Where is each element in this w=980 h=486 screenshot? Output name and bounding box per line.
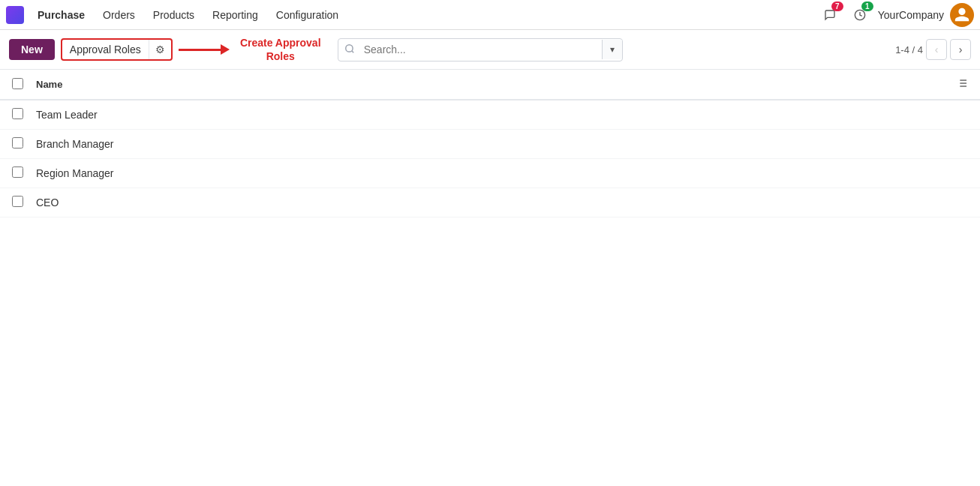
pagination-text: 1-4 / 4 — [895, 44, 923, 56]
toolbar: New Approval Roles ⚙ Create ApprovalRole… — [0, 30, 980, 70]
column-filter-icon[interactable] — [947, 77, 968, 92]
column-header-name: Name — [36, 79, 947, 90]
new-button[interactable]: New — [9, 39, 55, 60]
row-name-cell: Region Manager — [36, 167, 968, 179]
row-checkbox-container — [12, 108, 36, 122]
nav-right-section: 7 1 YourCompany — [818, 3, 974, 27]
table-row[interactable]: Branch Manager — [0, 130, 980, 159]
nav-reporting[interactable]: Reporting — [205, 6, 266, 24]
row-checkbox-container — [12, 166, 36, 180]
svg-point-1 — [345, 44, 352, 51]
activity-notification-button[interactable]: 1 — [848, 3, 872, 27]
row-checkbox[interactable] — [12, 137, 23, 148]
svg-line-2 — [351, 50, 353, 52]
table-row[interactable]: Team Leader — [0, 100, 980, 130]
row-name-cell: CEO — [36, 196, 968, 208]
row-checkbox[interactable] — [12, 196, 23, 207]
table: Name Team Leader Branch Manager — [0, 70, 980, 218]
arrow-line — [179, 49, 224, 51]
row-name-cell: Branch Manager — [36, 138, 968, 150]
annotation-text: Create ApprovalRoles — [236, 36, 326, 63]
row-name-cell: Team Leader — [36, 109, 968, 121]
chat-notification-button[interactable]: 7 — [818, 3, 842, 27]
row-checkbox[interactable] — [12, 166, 23, 178]
table-header: Name — [0, 70, 980, 100]
user-avatar[interactable] — [950, 3, 974, 27]
pagination-prev-button[interactable]: ‹ — [926, 39, 947, 60]
top-nav: Purchase Orders Products Reporting Confi… — [0, 0, 980, 30]
select-all-checkbox[interactable] — [12, 78, 23, 89]
row-checkbox[interactable] — [12, 108, 23, 119]
row-checkbox-container — [12, 196, 36, 209]
search-icon — [338, 39, 361, 61]
annotation-arrow: Create ApprovalRoles — [179, 36, 326, 63]
gear-icon[interactable]: ⚙ — [149, 40, 171, 59]
search-dropdown-button[interactable]: ▾ — [602, 40, 622, 59]
table-row[interactable]: CEO — [0, 188, 980, 218]
select-all-checkbox-container — [12, 78, 36, 92]
nav-orders[interactable]: Orders — [95, 6, 143, 24]
nav-purchase[interactable]: Purchase — [30, 6, 92, 24]
search-input[interactable] — [361, 39, 602, 60]
activity-badge: 1 — [861, 2, 873, 11]
pagination-next-button[interactable]: › — [950, 39, 971, 60]
table-row[interactable]: Region Manager — [0, 159, 980, 188]
breadcrumb-label[interactable]: Approval Roles — [62, 40, 149, 59]
search-container: ▾ — [338, 38, 623, 62]
row-checkbox-container — [12, 137, 36, 151]
app-logo[interactable] — [6, 6, 24, 24]
nav-configuration[interactable]: Configuration — [269, 6, 346, 24]
nav-products[interactable]: Products — [146, 6, 202, 24]
table-body: Team Leader Branch Manager Region Manage… — [0, 100, 980, 218]
chat-badge: 7 — [831, 2, 843, 11]
company-name[interactable]: YourCompany — [878, 9, 944, 21]
pagination: 1-4 / 4 ‹ › — [895, 39, 971, 60]
breadcrumb-group: Approval Roles ⚙ — [61, 38, 173, 61]
